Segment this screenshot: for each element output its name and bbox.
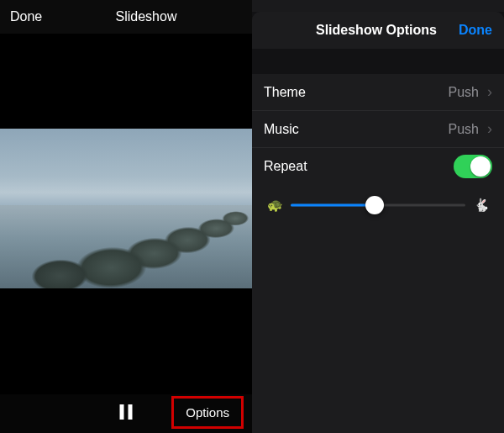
top-bar: Done Slideshow	[0, 0, 252, 34]
speed-slider[interactable]	[291, 197, 465, 214]
sheet-header: Slideshow Options Done	[252, 12, 504, 49]
repeat-label: Repeat	[264, 159, 447, 174]
slider-thumb[interactable]	[365, 196, 384, 214]
repeat-toggle[interactable]	[454, 155, 492, 178]
theme-value: Push	[449, 85, 479, 100]
slideshow-photo	[0, 129, 252, 288]
section-gap	[252, 49, 504, 74]
speed-row: 🐢 🐇	[252, 185, 504, 224]
slideshow-viewport[interactable]	[0, 34, 252, 395]
options-sheet: Slideshow Options Done Theme Push › Musi…	[252, 12, 504, 433]
music-value: Push	[449, 122, 479, 137]
sheet-done-button[interactable]: Done	[459, 23, 492, 38]
slideshow-options-screen: Slideshow Options Done Theme Push › Musi…	[252, 0, 504, 433]
options-button[interactable]: Options	[171, 396, 244, 429]
slider-fill	[291, 204, 375, 207]
pause-icon	[120, 404, 124, 420]
repeat-row: Repeat	[252, 148, 504, 185]
pause-button[interactable]	[120, 404, 133, 420]
status-bar	[252, 0, 504, 12]
sheet-title: Slideshow Options	[294, 23, 459, 38]
theme-label: Theme	[264, 85, 442, 100]
toggle-knob	[470, 156, 491, 177]
chevron-right-icon: ›	[487, 120, 492, 138]
slideshow-player-screen: Done Slideshow Options	[0, 0, 252, 433]
options-list: Theme Push › Music Push › Repeat 🐢	[252, 74, 504, 224]
screen-title: Slideshow	[50, 9, 242, 24]
theme-row[interactable]: Theme Push ›	[252, 74, 504, 111]
pause-icon	[129, 404, 133, 420]
music-label: Music	[264, 122, 442, 137]
chevron-right-icon: ›	[487, 83, 492, 101]
rabbit-icon: 🐇	[474, 198, 489, 213]
turtle-icon: 🐢	[267, 198, 282, 213]
music-row[interactable]: Music Push ›	[252, 111, 504, 148]
bottom-bar: Options	[0, 394, 252, 433]
